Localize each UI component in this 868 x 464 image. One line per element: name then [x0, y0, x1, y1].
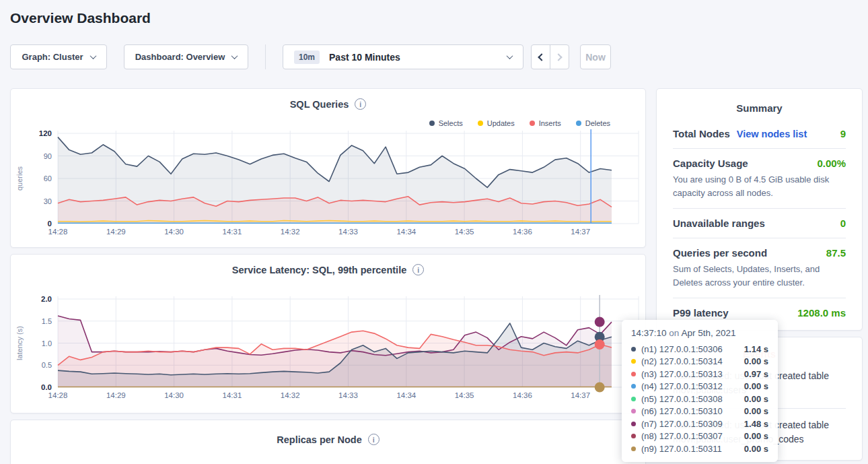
svg-text:30: 30 [44, 197, 52, 205]
summary-row-label: P99 latency [673, 307, 729, 319]
chart-legend: SelectsUpdatesInsertsDeletes [429, 119, 610, 127]
svg-text:14:32: 14:32 [281, 391, 300, 399]
tooltip-node-row: (n6) 127.0.0.1:503100.00 s [631, 405, 768, 418]
svg-text:14:31: 14:31 [223, 391, 242, 399]
node-color-dot-icon [631, 409, 636, 413]
node-color-dot-icon [631, 434, 636, 438]
node-color-dot-icon [631, 397, 636, 401]
node-color-dot-icon [631, 422, 636, 426]
sql-queries-chart-card: SQL Queries i SelectsUpdatesInsertsDelet… [10, 88, 646, 248]
svg-text:90: 90 [44, 152, 52, 160]
node-color-dot-icon [631, 372, 636, 376]
charts-column: SQL Queries i SelectsUpdatesInsertsDelet… [10, 88, 646, 464]
chart-title: Service Latency: SQL, 99th percentile [232, 265, 407, 275]
tooltip-timestamp: 14:37:10 on Apr 5th, 2021 [631, 328, 768, 338]
summary-row-label: Unavailable ranges [673, 218, 765, 229]
chevron-right-icon [554, 53, 562, 61]
node-color-dot-icon [631, 359, 636, 364]
replicas-per-node-chart-card: Replicas per Node i [10, 420, 646, 464]
node-latency-value: 0.97 s [744, 369, 768, 379]
svg-text:14:32: 14:32 [281, 228, 300, 236]
legend-item: Updates [478, 119, 515, 127]
info-icon[interactable]: i [368, 434, 379, 445]
chart-title: SQL Queries [290, 99, 349, 110]
svg-text:0.0: 0.0 [41, 383, 52, 391]
summary-row-value: 0.00% [817, 158, 846, 169]
legend-item: Inserts [530, 119, 561, 127]
chart-title: Replicas per Node [277, 434, 362, 445]
summary-row-value: 87.5 [826, 247, 846, 259]
node-color-dot-icon [631, 347, 636, 352]
graph-selector-label: Graph: Cluster [22, 52, 83, 62]
svg-text:14:30: 14:30 [164, 228, 184, 236]
svg-text:120: 120 [39, 129, 52, 137]
svg-text:14:31: 14:31 [223, 228, 242, 236]
node-latency-value: 0.00 s [744, 394, 768, 404]
time-range-label: Past 10 Minutes [329, 52, 400, 63]
svg-text:14:34: 14:34 [396, 228, 416, 236]
node-address: (n7) 127.0.0.1:50309 [641, 419, 723, 429]
dashboard-selector-dropdown[interactable]: Dashboard: Overview [124, 44, 248, 69]
view-nodes-list-link[interactable]: View nodes list [737, 129, 807, 139]
chevron-left-icon [538, 53, 545, 61]
tooltip-node-row: (n2) 127.0.0.1:503140.00 s [631, 356, 768, 368]
chevron-down-icon [89, 53, 96, 59]
graph-selector-dropdown[interactable]: Graph: Cluster [10, 44, 107, 69]
svg-text:1.0: 1.0 [42, 339, 52, 347]
legend-item: Deletes [576, 119, 610, 127]
svg-text:14:36: 14:36 [513, 391, 532, 399]
info-icon[interactable]: i [412, 264, 424, 275]
time-range-dropdown[interactable]: 10m Past 10 Minutes [283, 44, 523, 69]
page-title: Overview Dashboard [10, 10, 868, 26]
svg-text:14:34: 14:34 [396, 391, 416, 399]
dashboard-selector-label: Dashboard: Overview [135, 52, 225, 62]
svg-text:14:29: 14:29 [106, 228, 126, 236]
summary-row: Queries per second87.5Sum of Selects, Up… [673, 238, 846, 298]
svg-text:14:33: 14:33 [338, 391, 358, 399]
service-latency-chart-card: Service Latency: SQL, 99th percentile i … [10, 254, 646, 413]
time-back-button[interactable] [532, 45, 550, 69]
tooltip-node-row: (n8) 127.0.0.1:503070.00 s [631, 430, 768, 443]
dashboard-controls: Graph: Cluster Dashboard: Overview 10m P… [10, 44, 868, 69]
tooltip-node-row: (n3) 127.0.0.1:503130.97 s [631, 368, 768, 380]
legend-dot-icon [429, 121, 435, 126]
sql-queries-plot[interactable]: 030609012014:2814:2914:3014:3114:3214:33… [11, 89, 647, 248]
summary-row: Unavailable ranges0 [673, 209, 846, 238]
svg-text:14:36: 14:36 [513, 228, 532, 236]
node-color-dot-icon [631, 446, 636, 451]
svg-text:2.0: 2.0 [41, 295, 52, 303]
now-button[interactable]: Now [580, 44, 611, 69]
summary-row-description: You are using 0 B of 4.5 GiB usable disk… [673, 173, 846, 199]
summary-row: Capacity Usage0.00%You are using 0 B of … [673, 149, 846, 209]
service-latency-plot[interactable]: 0.00.51.01.52.014:2814:2914:3014:3114:32… [11, 255, 647, 414]
summary-row: Total NodesView nodes list9 [673, 119, 846, 149]
summary-row-value: 0 [840, 218, 846, 229]
svg-text:14:28: 14:28 [48, 228, 68, 236]
svg-text:14:35: 14:35 [455, 228, 474, 236]
summary-row-label: Queries per second [673, 247, 767, 259]
node-address: (n3) 127.0.0.1:50313 [641, 369, 723, 379]
summary-row-value: 9 [840, 128, 846, 139]
legend-dot-icon [478, 121, 483, 126]
svg-text:latency (s): latency (s) [15, 326, 24, 360]
summary-panel: Summary Total NodesView nodes list9Capac… [656, 88, 863, 331]
svg-text:14:28: 14:28 [48, 391, 68, 399]
svg-text:1.5: 1.5 [42, 317, 52, 325]
svg-text:0: 0 [48, 220, 52, 228]
node-address: (n8) 127.0.0.1:50307 [641, 431, 723, 441]
time-range-badge: 10m [294, 51, 320, 64]
tooltip-node-row: (n7) 127.0.0.1:503091.48 s [631, 418, 768, 430]
info-icon[interactable]: i [355, 98, 366, 110]
summary-row-description: Sum of Selects, Updates, Inserts, and De… [673, 263, 846, 289]
controls-divider [265, 44, 266, 69]
svg-text:14:29: 14:29 [106, 391, 126, 399]
legend-dot-icon [576, 121, 581, 126]
node-latency-value: 0.00 s [744, 431, 768, 441]
node-address: (n1) 127.0.0.1:50306 [641, 344, 723, 354]
node-latency-value: 1.48 s [744, 419, 768, 429]
node-latency-value: 0.00 s [744, 356, 768, 366]
node-latency-value: 1.14 s [744, 344, 768, 354]
svg-text:14:35: 14:35 [455, 391, 474, 399]
time-forward-button[interactable] [550, 45, 569, 69]
svg-text:14:30: 14:30 [164, 391, 184, 399]
